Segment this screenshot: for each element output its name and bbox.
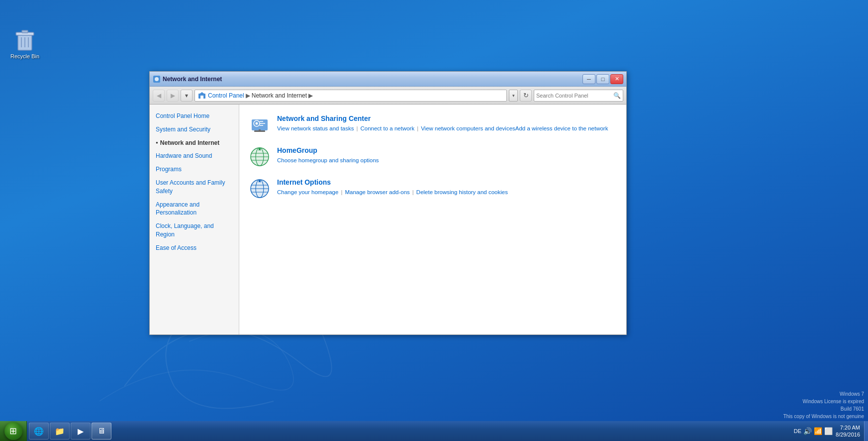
link-change-homepage[interactable]: Change your homepage [277,188,338,197]
clock-area[interactable]: 7:20 AM 8/29/2016 [836,424,860,439]
network-sharing-icon [249,114,270,135]
window-controls: ─ □ ✕ [582,74,623,84]
category-internet-options: Internet Options Change your homepage | … [249,178,616,199]
address-dropdown-button[interactable]: ▾ [509,90,518,102]
breadcrumb-control-panel[interactable]: Control Panel [208,92,244,99]
title-bar: Network and Internet ─ □ ✕ [150,72,626,87]
category-homegroup: HomeGroup Choose homegroup and sharing o… [249,146,616,167]
homegroup-content: HomeGroup Choose homegroup and sharing o… [277,146,616,165]
desktop: Recycle Bin Network and Internet ─ □ ✕ [0,0,868,441]
breadcrumb-arrow-1: ▶ [246,92,250,99]
internet-options-links: Change your homepage | Manage browser ad… [277,188,616,197]
windows-info: Windows 7 Windows License is expired Bui… [783,390,864,420]
sidebar: Control Panel Home System and Security N… [150,105,239,334]
volume-icon[interactable]: 🔊 [803,427,812,435]
link-delete-browsing-history[interactable]: Delete browsing history and cookies [416,188,508,197]
clock-icon: ⬜ [824,427,833,435]
sidebar-item-appearance[interactable]: Appearance and Personalization [150,198,239,220]
start-button[interactable]: ⊞ [0,421,27,441]
svg-marker-9 [198,92,205,95]
sidebar-item-user-accounts[interactable]: User Accounts and Family Safety [150,176,239,198]
back-button[interactable]: ◀ [153,90,165,102]
taskbar-explorer[interactable]: 📁 [50,423,70,440]
breadcrumb: Control Panel ▶ Network and Internet ▶ [194,90,507,102]
taskbar-items: 🌐 📁 ▶ 🖥 [27,421,790,441]
language-indicator: DE [794,428,801,434]
clock-date: 8/29/2016 [836,431,860,438]
taskbar-ie[interactable]: 🌐 [29,423,49,440]
search-input[interactable] [536,93,613,99]
search-bar: 🔍 [534,90,623,102]
system-tray: DE 🔊 📶 ⬜ [794,427,833,435]
network-sharing-content: Network and Sharing Center View network … [277,114,616,133]
internet-options-icon [249,178,270,199]
breadcrumb-network-internet[interactable]: Network and Internet [252,92,307,99]
link-add-wireless-device[interactable]: Add a wireless device to the network [515,124,608,133]
forward-button[interactable]: ▶ [167,90,179,102]
link-view-network-status[interactable]: View network status and tasks [277,124,354,133]
link-connect-to-network[interactable]: Connect to a network [360,124,414,133]
show-desktop-button[interactable] [864,421,868,441]
sidebar-item-system-security[interactable]: System and Security [150,123,239,136]
category-network-sharing: Network and Sharing Center View network … [249,114,616,135]
sidebar-item-hardware-sound[interactable]: Hardware and Sound [150,149,239,163]
svg-rect-2 [22,30,28,33]
link-homegroup-sharing[interactable]: Choose homegroup and sharing options [277,156,379,165]
internet-options-title[interactable]: Internet Options [277,178,616,186]
window-body: Control Panel Home System and Security N… [150,105,626,334]
windows-logo: ⊞ [9,426,17,437]
network-tray-icon[interactable]: 📶 [814,427,822,435]
homegroup-icon [249,146,270,167]
dropdown-nav-button[interactable]: ▾ [181,90,193,102]
taskbar: ⊞ 🌐 📁 ▶ 🖥 DE 🔊 📶 ⬜ 7:20 AM 8/29/2016 [0,421,868,441]
taskbar-control-panel[interactable]: 🖥 [92,423,111,440]
network-sharing-links: View network status and tasks | Connect … [277,124,616,133]
link-view-network-computers[interactable]: View network computers and devices [421,124,515,133]
recycle-bin-label: Recycle Bin [10,53,39,59]
svg-rect-18 [259,129,261,131]
taskbar-right: DE 🔊 📶 ⬜ 7:20 AM 8/29/2016 [790,421,864,441]
sidebar-item-ease-access[interactable]: Ease of Access [150,241,239,255]
breadcrumb-arrow-2: ▶ [308,92,313,99]
address-bar: ◀ ▶ ▾ Control Panel ▶ Network and Intern… [150,87,626,105]
clock-time: 7:20 AM [840,424,860,431]
maximize-button[interactable]: □ [596,74,609,84]
close-button[interactable]: ✕ [610,74,623,84]
control-panel-window: Network and Internet ─ □ ✕ ◀ ▶ ▾ Control… [149,71,627,335]
link-manage-addons[interactable]: Manage browser add-ons [345,188,409,197]
homegroup-links: Choose homegroup and sharing options [277,156,616,165]
window-title: Network and Internet [163,76,222,83]
network-sharing-title[interactable]: Network and Sharing Center [277,114,616,122]
sidebar-item-clock-language[interactable]: Clock, Language, and Region [150,220,239,241]
taskbar-media[interactable]: ▶ [71,423,91,440]
internet-options-content: Internet Options Change your homepage | … [277,178,616,197]
svg-point-13 [256,122,258,125]
recycle-bin-icon[interactable]: Recycle Bin [5,27,45,59]
sidebar-item-network-internet[interactable]: Network and Internet [150,136,239,150]
search-icon[interactable]: 🔍 [613,92,621,99]
homegroup-title[interactable]: HomeGroup [277,146,616,154]
main-content: Network and Sharing Center View network … [239,105,626,334]
svg-rect-10 [200,96,203,99]
minimize-button[interactable]: ─ [582,74,595,84]
sidebar-item-programs[interactable]: Programs [150,163,239,176]
refresh-button[interactable]: ↻ [520,90,532,102]
sidebar-item-control-panel-home[interactable]: Control Panel Home [150,110,239,123]
svg-point-7 [155,77,159,81]
